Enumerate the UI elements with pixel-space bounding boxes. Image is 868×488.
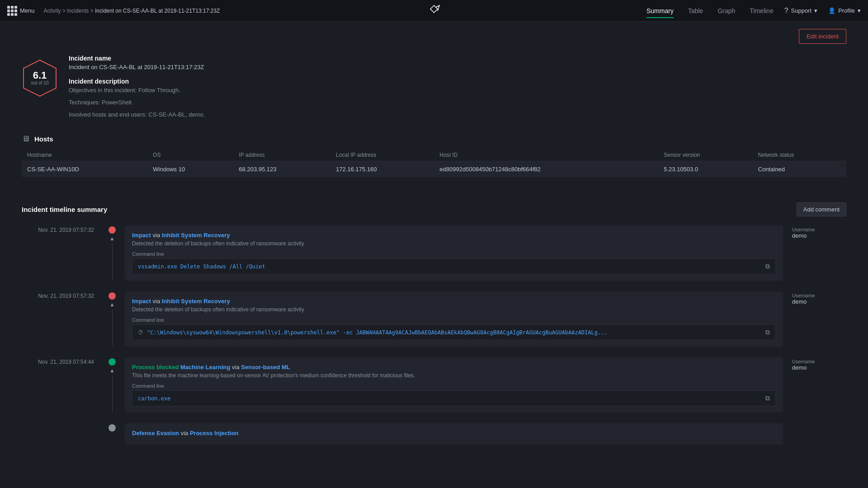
timeline-card-4: Defense Evasion via Process Injection: [125, 423, 783, 445]
hosts-table: Hostname OS IP address Local IP address …: [22, 149, 846, 177]
cell-hostname: CS-SE-AA-WIN10D: [22, 161, 147, 178]
top-actions: Edit incident: [22, 22, 846, 55]
timeline-event-2: Nov. 21, 2019 07:57:32 ▲ Impact via Inhi…: [22, 291, 846, 347]
tl-content-2: Impact via Inhibit System Recovery Detec…: [121, 291, 783, 347]
tl-username-val-2: demo: [792, 298, 846, 305]
menu-button[interactable]: Menu: [7, 6, 35, 16]
col-local-ip: Local IP address: [330, 149, 434, 161]
tl-dot-4: [108, 424, 116, 432]
tl-time-2: Nov. 21, 2019 07:57:32: [22, 291, 103, 347]
support-button[interactable]: ? Support ▾: [784, 7, 817, 15]
table-row: CS-SE-AA-WIN10D Windows 10 68.203.95.123…: [22, 161, 846, 178]
event-technique-3a: Machine Learning: [180, 364, 231, 371]
score-hexagon: 6.1 out of 10: [22, 58, 58, 98]
tl-dot-1: [108, 226, 116, 234]
timeline-title: Incident timeline summary: [22, 206, 107, 213]
edit-incident-button[interactable]: Edit incident: [799, 29, 846, 44]
profile-chevron-icon: ▾: [858, 7, 861, 14]
tl-dot-3: [108, 358, 116, 366]
event-technique-2: Inhibit System Recovery: [162, 298, 230, 305]
hosts-header: 🖥 Hosts: [22, 134, 846, 144]
tl-user-1: Username demo: [783, 225, 846, 281]
incident-name-title: Incident name: [69, 55, 846, 62]
breadcrumb-incidents[interactable]: Incidents: [67, 8, 89, 14]
event-technique-1: Inhibit System Recovery: [162, 232, 230, 239]
tab-timeline[interactable]: Timeline: [750, 5, 773, 16]
incident-details: Incident name Incident on CS-SE-AA-BL at…: [69, 55, 846, 123]
top-navigation: Menu Activity > Incidents > Incident on …: [0, 0, 868, 22]
timeline-event-1: Nov. 21, 2019 07:57:32 ▲ Impact via Inhi…: [22, 225, 846, 281]
timeline-card-2: Impact via Inhibit System Recovery Detec…: [125, 291, 783, 347]
tl-content-3: Process blocked Machine Learning via Sen…: [121, 357, 783, 413]
grid-icon: [7, 6, 17, 16]
tl-username-val-3: demo: [792, 364, 846, 371]
nav-right: Summary Table Graph Timeline ? Support ▾…: [646, 5, 861, 16]
add-comment-button[interactable]: Add comment: [797, 202, 846, 216]
copy-icon-1[interactable]: ⧉: [765, 263, 770, 270]
cmd-text-1: vssadmin.exe Delete Shadows /All /Quiet: [138, 263, 762, 270]
copy-icon-3[interactable]: ⧉: [765, 394, 770, 402]
tl-dot-col-3: ▲: [103, 357, 121, 413]
incident-desc-line1: Objectives in this incident: Follow Thro…: [69, 87, 846, 94]
tl-content-4: Defense Evasion via Process Injection: [121, 423, 783, 445]
timeline-card-3: Process blocked Machine Learning via Sen…: [125, 357, 783, 413]
event-blocked-3: Process blocked: [132, 364, 179, 371]
score-label: out of 10: [31, 80, 49, 85]
tl-dot-col-1: ▲: [103, 225, 121, 281]
person-icon: 👤: [828, 7, 835, 14]
cmd-box-1: vssadmin.exe Delete Shadows /All /Quiet …: [132, 258, 776, 274]
tl-time-1: Nov. 21, 2019 07:57:32: [22, 225, 103, 281]
cmd-text-3: carbon.exe: [138, 395, 762, 402]
tl-time-3: Nov. 21, 2019 07:54:44: [22, 357, 103, 413]
col-sensor-version: Sensor version: [658, 149, 753, 161]
incident-name-value: Incident on CS-SE-AA-BL at 2019-11-21T13…: [69, 64, 846, 70]
menu-label: Menu: [20, 7, 35, 14]
profile-button[interactable]: 👤 Profile ▾: [828, 7, 861, 14]
cell-host-id: ed80992d5008450b71248c80bf664f82: [434, 161, 658, 178]
col-hostname: Hostname: [22, 149, 147, 161]
cmd-text-2: "C:\Windows\syswow64\Windowspowershell\v…: [147, 329, 762, 336]
app-logo: [425, 5, 443, 17]
cmd-label-2: Command line: [132, 317, 776, 323]
incident-desc-line2: Techniques: PowerShell.: [69, 99, 846, 106]
col-host-id: Host ID: [434, 149, 658, 161]
col-ip: IP address: [233, 149, 330, 161]
timeline-card-1: Impact via Inhibit System Recovery Detec…: [125, 225, 783, 281]
tl-user-3: Username demo: [783, 357, 846, 413]
hosts-section: 🖥 Hosts Hostname OS IP address Local IP …: [22, 134, 846, 177]
tab-table[interactable]: Table: [688, 5, 703, 16]
cmd-box-3: carbon.exe ⧉: [132, 390, 776, 406]
event-title-4: Defense Evasion via Process Injection: [132, 430, 776, 436]
event-technique-3b: Sensor-based ML: [241, 364, 290, 371]
event-desc-3: This file meets the machine learning-bas…: [132, 372, 776, 379]
tl-dot-2: [108, 292, 116, 300]
tl-content-1: Impact via Inhibit System Recovery Detec…: [121, 225, 783, 281]
cell-sensor-version: 5.23.10503.0: [658, 161, 753, 178]
tl-user-2: Username demo: [783, 291, 846, 347]
timeline-event-3: Nov. 21, 2019 07:54:44 ▲ Process blocked…: [22, 357, 846, 413]
incident-desc-title: Incident description: [69, 78, 846, 85]
event-tactic-2: Impact: [132, 298, 151, 305]
event-desc-2: Detected the deletion of backups often i…: [132, 306, 776, 313]
tab-graph[interactable]: Graph: [717, 5, 735, 16]
timeline-event-4-partial: Defense Evasion via Process Injection: [22, 423, 846, 445]
cell-ip: 68.203.95.123: [233, 161, 330, 178]
event-title-1: Impact via Inhibit System Recovery: [132, 232, 776, 239]
incident-header: 6.1 out of 10 Incident name Incident on …: [22, 55, 846, 123]
hosts-title: Hosts: [34, 135, 53, 143]
breadcrumb: Activity > Incidents > Incident on CS-SE…: [44, 8, 220, 14]
page-body: Edit incident 6.1 out of 10 Incident nam…: [0, 22, 868, 463]
breadcrumb-activity[interactable]: Activity: [44, 8, 61, 14]
event-tactic-1: Impact: [132, 232, 151, 239]
cell-local-ip: 172.16.175.160: [330, 161, 434, 178]
copy-icon-2[interactable]: ⧉: [765, 328, 770, 336]
cell-os: Windows 10: [147, 161, 233, 178]
page-tabs: Summary Table Graph Timeline: [646, 5, 774, 16]
support-chevron-icon: ▾: [814, 7, 817, 14]
clock-icon-2: ⏱: [138, 329, 143, 336]
score-value: 6.1: [31, 70, 49, 80]
tab-summary[interactable]: Summary: [646, 5, 674, 16]
question-icon: ?: [784, 7, 788, 15]
cell-network-status: Contained: [753, 161, 846, 178]
tl-username-val-1: demo: [792, 232, 846, 239]
